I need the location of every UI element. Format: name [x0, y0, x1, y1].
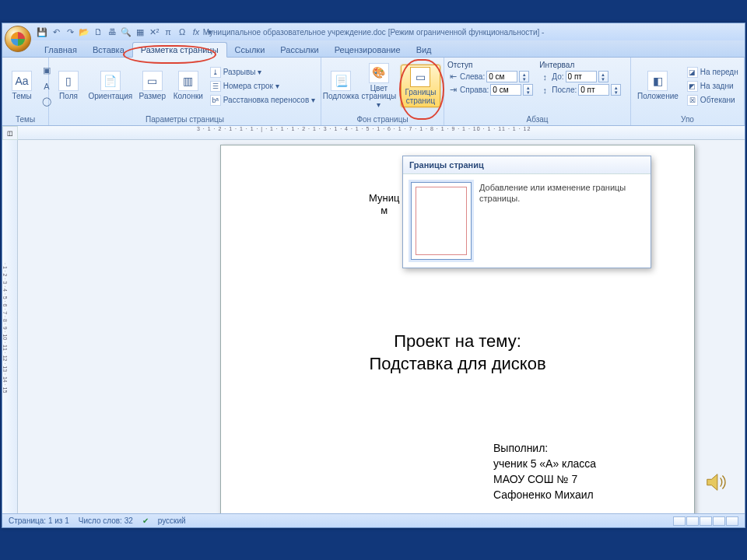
- horizontal-ruler[interactable]: 3 · 1 · 2 · 1 · 1 · 1 · | · 1 · 1 · 1 · …: [18, 126, 745, 140]
- line-numbers-button[interactable]: ☰Номера строк ▾: [208, 80, 317, 93]
- page-borders-button[interactable]: ▭Границы страниц: [401, 65, 440, 107]
- tooltip-thumb-page-icon: [416, 187, 467, 255]
- doc-footer-l1: Выполнил:: [493, 442, 548, 454]
- tab-home[interactable]: Главная: [37, 43, 85, 57]
- page-color-button[interactable]: 🎨Цвет страницы ▾: [360, 61, 398, 111]
- group-page-background: 📃Подложка 🎨Цвет страницы ▾ ▭Границы стра…: [321, 58, 444, 125]
- spacing-before-row: ↕ До: ▲▼: [539, 71, 621, 82]
- group-page-setup-title: Параметры страницы: [49, 114, 321, 125]
- view-print-layout-icon[interactable]: [673, 516, 686, 526]
- orientation-label: Ориентация: [89, 93, 133, 101]
- line-numbers-icon: ☰: [210, 81, 221, 92]
- view-full-screen-icon[interactable]: [686, 516, 699, 526]
- indent-left-input[interactable]: [486, 71, 517, 82]
- position-label: Положение: [637, 93, 679, 101]
- spacing-header: Интервал: [539, 61, 621, 69]
- tab-review[interactable]: Рецензирование: [327, 43, 409, 57]
- send-back-button[interactable]: ◩На задни: [685, 80, 741, 93]
- breaks-button[interactable]: ⤓Разрывы ▾: [208, 66, 317, 79]
- themes-button[interactable]: Aa Темы: [5, 69, 38, 103]
- view-web-layout-icon[interactable]: [700, 516, 712, 526]
- watermark-button[interactable]: 📃Подложка: [324, 69, 357, 103]
- spacing-after-label: После:: [552, 86, 577, 94]
- size-button[interactable]: ▭Размер: [136, 69, 169, 103]
- margins-label: Поля: [59, 93, 78, 101]
- view-draft-icon[interactable]: [726, 516, 738, 526]
- doc-header-l1: Муниц: [369, 192, 399, 204]
- columns-button[interactable]: ▥Колонки: [172, 69, 205, 103]
- page-borders-icon: ▭: [410, 67, 430, 87]
- spacing-after-icon: ↕: [539, 85, 550, 96]
- word-window: 💾 ↶ ↷ 📂 🗋 🖶 🔍 ▦ ✕² π Ω fx ▾ Муниципально…: [2, 23, 745, 528]
- doc-title-l1: Проект на тему:: [394, 331, 521, 351]
- indent-left-icon: ⇤: [447, 72, 458, 82]
- spacing-before-input[interactable]: [566, 71, 597, 82]
- indent-left-spinner[interactable]: ▲▼: [519, 71, 529, 82]
- tab-view[interactable]: Вид: [409, 43, 440, 57]
- chart-icon[interactable]: ✕²: [149, 26, 160, 37]
- spacing-before-spinner[interactable]: ▲▼: [598, 71, 608, 82]
- ruler-corner[interactable]: ◫: [2, 126, 18, 140]
- page-color-label: Цвет страницы ▾: [362, 85, 397, 110]
- open-icon[interactable]: 📂: [79, 26, 89, 37]
- breaks-label: Разрывы ▾: [223, 68, 261, 76]
- group-paragraph-title: Абзац: [444, 114, 630, 125]
- doc-header: Муниц м: [369, 192, 399, 216]
- office-button[interactable]: [5, 26, 31, 52]
- pi-icon[interactable]: π: [163, 26, 174, 37]
- status-language[interactable]: русский: [158, 516, 186, 525]
- tab-mailings[interactable]: Рассылки: [272, 43, 326, 57]
- view-outline-icon[interactable]: [713, 516, 725, 526]
- indent-right-icon: ⇥: [447, 85, 458, 96]
- tab-insert[interactable]: Вставка: [85, 43, 132, 57]
- bring-front-button[interactable]: ◪На передн: [685, 66, 741, 79]
- new-icon[interactable]: 🗋: [93, 26, 103, 37]
- preview-icon[interactable]: 🔍: [121, 26, 132, 37]
- position-button[interactable]: ◧Положение: [634, 69, 682, 103]
- text-wrap-button[interactable]: ☒Обтекани: [685, 94, 741, 107]
- spacing-after-spinner[interactable]: ▲▼: [611, 84, 621, 96]
- fx-icon[interactable]: fx: [191, 26, 202, 37]
- tooltip-description: Добавление или изменение границы страниц…: [479, 182, 643, 260]
- undo-icon[interactable]: ↶: [51, 26, 61, 37]
- group-themes: Aa Темы ▣ A ◯ Темы: [2, 58, 49, 125]
- send-back-label: На задни: [700, 82, 734, 90]
- doc-title-l2: Подставка для дисков: [369, 354, 545, 373]
- themes-label: Темы: [12, 93, 31, 101]
- hyphenation-label: Расстановка переносов ▾: [223, 96, 315, 104]
- margins-button[interactable]: ▯Поля: [52, 69, 85, 103]
- tab-page-layout[interactable]: Разметка страницы: [132, 42, 227, 58]
- doc-footer-l3: МАОУ СОШ № 7: [493, 473, 577, 485]
- watermark-icon: 📃: [331, 71, 351, 91]
- orientation-button[interactable]: 📄Ориентация: [88, 69, 133, 103]
- doc-title: Проект на тему: Подставка для дисков: [221, 331, 694, 375]
- equation-icon[interactable]: Ω: [177, 26, 188, 37]
- indent-right-spinner[interactable]: ▲▼: [523, 84, 533, 96]
- tab-references[interactable]: Ссылки: [227, 43, 273, 57]
- status-page[interactable]: Страница: 1 из 1: [9, 516, 69, 525]
- vertical-ruler[interactable]: · 1 · 2 · 3 · 4 · 5 · 6 · 7 · 8 · 9 · 10…: [2, 140, 18, 513]
- view-buttons: [673, 516, 738, 526]
- themes-icon: Aa: [12, 71, 32, 91]
- columns-label: Колонки: [174, 93, 203, 101]
- print-icon[interactable]: 🖶: [107, 26, 117, 37]
- spacing-after-input[interactable]: [578, 84, 609, 96]
- table-icon[interactable]: ▦: [135, 26, 146, 37]
- group-themes-title: Темы: [2, 114, 48, 125]
- indent-right-input[interactable]: [490, 84, 521, 96]
- margins-icon: ▯: [58, 71, 79, 91]
- size-icon: ▭: [142, 71, 163, 91]
- indent-header: Отступ: [447, 61, 533, 69]
- hyphenation-button[interactable]: bªРасстановка переносов ▾: [208, 94, 317, 107]
- quick-access-toolbar: 💾 ↶ ↷ 📂 🗋 🖶 🔍 ▦ ✕² π Ω fx ▾: [37, 26, 216, 37]
- watermark-label: Подложка: [323, 93, 359, 101]
- spacing-after-row: ↕ После: ▲▼: [539, 84, 621, 96]
- redo-icon[interactable]: ↷: [65, 26, 75, 37]
- save-icon[interactable]: 💾: [37, 26, 47, 37]
- size-label: Размер: [139, 93, 166, 101]
- bring-front-label: На передн: [700, 68, 738, 76]
- status-words[interactable]: Число слов: 32: [79, 516, 133, 525]
- orientation-icon: 📄: [100, 71, 121, 91]
- doc-footer-l4: Сафоненко Михаил: [493, 488, 594, 501]
- status-proofing-icon[interactable]: ✔: [142, 516, 149, 525]
